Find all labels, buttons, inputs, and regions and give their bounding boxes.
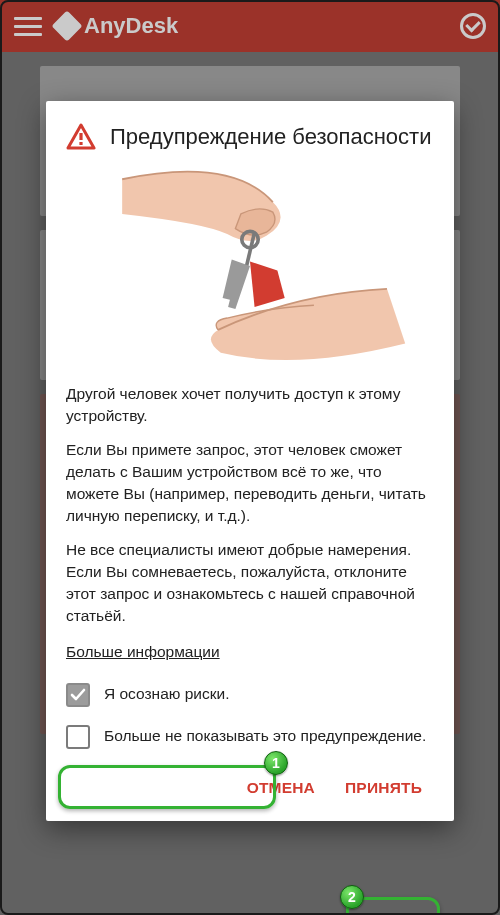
callout-box-2 <box>346 897 440 916</box>
cancel-button[interactable]: ОТМЕНА <box>235 769 327 807</box>
svg-rect-1 <box>79 142 82 145</box>
risk-checkbox-label: Я осознаю риски. <box>104 683 229 705</box>
svg-rect-0 <box>79 133 82 140</box>
dont-show-row: Больше не показывать это предупреждение. <box>66 725 434 749</box>
dialog-backdrop: Предупреждение безопасности <box>0 0 500 915</box>
dialog-actions: ОТМЕНА ПРИНЯТЬ <box>66 769 434 807</box>
more-info-link[interactable]: Больше информации <box>66 643 220 661</box>
dialog-paragraph-2: Если Вы примете запрос, этот человек смо… <box>66 439 434 527</box>
handing-keys-illustration <box>66 161 434 371</box>
dont-show-checkbox-label: Больше не показывать это предупреждение. <box>104 725 426 747</box>
dialog-paragraph-1: Другой человек хочет получить доступ к э… <box>66 383 434 427</box>
dialog-title: Предупреждение безопасности <box>110 123 431 151</box>
risk-checkbox[interactable] <box>66 683 90 707</box>
accept-button[interactable]: ПРИНЯТЬ <box>333 769 434 807</box>
callout-badge-2: 2 <box>340 885 364 909</box>
risk-acknowledge-row: Я осознаю риски. <box>66 683 434 707</box>
dont-show-checkbox[interactable] <box>66 725 90 749</box>
warning-triangle-icon <box>66 123 96 155</box>
dialog-paragraph-3: Не все специалисты имеют добрые намерени… <box>66 539 434 627</box>
security-warning-dialog: Предупреждение безопасности <box>46 101 454 821</box>
